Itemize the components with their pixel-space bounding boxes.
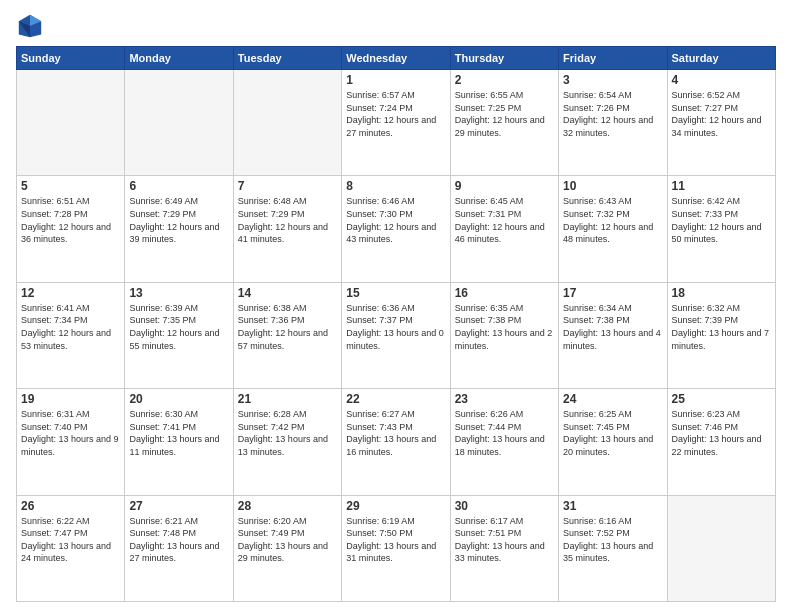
day-number: 11 <box>672 179 771 193</box>
day-number: 18 <box>672 286 771 300</box>
calendar-cell-w3-d5: 16Sunrise: 6:35 AMSunset: 7:38 PMDayligh… <box>450 282 558 388</box>
day-number: 29 <box>346 499 445 513</box>
calendar-cell-w2-d6: 10Sunrise: 6:43 AMSunset: 7:32 PMDayligh… <box>559 176 667 282</box>
day-info: Sunrise: 6:41 AMSunset: 7:34 PMDaylight:… <box>21 302 120 352</box>
calendar-cell-w2-d1: 5Sunrise: 6:51 AMSunset: 7:28 PMDaylight… <box>17 176 125 282</box>
day-info: Sunrise: 6:30 AMSunset: 7:41 PMDaylight:… <box>129 408 228 458</box>
day-info: Sunrise: 6:32 AMSunset: 7:39 PMDaylight:… <box>672 302 771 352</box>
day-info: Sunrise: 6:43 AMSunset: 7:32 PMDaylight:… <box>563 195 662 245</box>
day-info: Sunrise: 6:22 AMSunset: 7:47 PMDaylight:… <box>21 515 120 565</box>
calendar-cell-w3-d3: 14Sunrise: 6:38 AMSunset: 7:36 PMDayligh… <box>233 282 341 388</box>
day-info: Sunrise: 6:48 AMSunset: 7:29 PMDaylight:… <box>238 195 337 245</box>
day-info: Sunrise: 6:55 AMSunset: 7:25 PMDaylight:… <box>455 89 554 139</box>
day-number: 20 <box>129 392 228 406</box>
page: SundayMondayTuesdayWednesdayThursdayFrid… <box>0 0 792 612</box>
day-number: 28 <box>238 499 337 513</box>
day-info: Sunrise: 6:36 AMSunset: 7:37 PMDaylight:… <box>346 302 445 352</box>
day-info: Sunrise: 6:34 AMSunset: 7:38 PMDaylight:… <box>563 302 662 352</box>
calendar-cell-w3-d1: 12Sunrise: 6:41 AMSunset: 7:34 PMDayligh… <box>17 282 125 388</box>
calendar-cell-w4-d7: 25Sunrise: 6:23 AMSunset: 7:46 PMDayligh… <box>667 389 775 495</box>
day-number: 10 <box>563 179 662 193</box>
day-number: 25 <box>672 392 771 406</box>
day-info: Sunrise: 6:23 AMSunset: 7:46 PMDaylight:… <box>672 408 771 458</box>
week-row-2: 5Sunrise: 6:51 AMSunset: 7:28 PMDaylight… <box>17 176 776 282</box>
week-row-3: 12Sunrise: 6:41 AMSunset: 7:34 PMDayligh… <box>17 282 776 388</box>
calendar-cell-w5-d6: 31Sunrise: 6:16 AMSunset: 7:52 PMDayligh… <box>559 495 667 601</box>
day-number: 21 <box>238 392 337 406</box>
day-info: Sunrise: 6:52 AMSunset: 7:27 PMDaylight:… <box>672 89 771 139</box>
day-number: 23 <box>455 392 554 406</box>
calendar-cell-w5-d2: 27Sunrise: 6:21 AMSunset: 7:48 PMDayligh… <box>125 495 233 601</box>
week-row-4: 19Sunrise: 6:31 AMSunset: 7:40 PMDayligh… <box>17 389 776 495</box>
calendar-cell-w2-d7: 11Sunrise: 6:42 AMSunset: 7:33 PMDayligh… <box>667 176 775 282</box>
day-number: 7 <box>238 179 337 193</box>
day-info: Sunrise: 6:31 AMSunset: 7:40 PMDaylight:… <box>21 408 120 458</box>
day-info: Sunrise: 6:17 AMSunset: 7:51 PMDaylight:… <box>455 515 554 565</box>
day-number: 24 <box>563 392 662 406</box>
day-number: 6 <box>129 179 228 193</box>
day-number: 26 <box>21 499 120 513</box>
calendar-cell-w1-d1 <box>17 70 125 176</box>
calendar-cell-w4-d2: 20Sunrise: 6:30 AMSunset: 7:41 PMDayligh… <box>125 389 233 495</box>
weekday-header-monday: Monday <box>125 47 233 70</box>
calendar-cell-w4-d6: 24Sunrise: 6:25 AMSunset: 7:45 PMDayligh… <box>559 389 667 495</box>
calendar-cell-w5-d5: 30Sunrise: 6:17 AMSunset: 7:51 PMDayligh… <box>450 495 558 601</box>
day-info: Sunrise: 6:19 AMSunset: 7:50 PMDaylight:… <box>346 515 445 565</box>
calendar-cell-w3-d7: 18Sunrise: 6:32 AMSunset: 7:39 PMDayligh… <box>667 282 775 388</box>
calendar-table: SundayMondayTuesdayWednesdayThursdayFrid… <box>16 46 776 602</box>
day-number: 8 <box>346 179 445 193</box>
day-info: Sunrise: 6:57 AMSunset: 7:24 PMDaylight:… <box>346 89 445 139</box>
day-info: Sunrise: 6:25 AMSunset: 7:45 PMDaylight:… <box>563 408 662 458</box>
calendar-cell-w3-d6: 17Sunrise: 6:34 AMSunset: 7:38 PMDayligh… <box>559 282 667 388</box>
calendar-cell-w5-d7 <box>667 495 775 601</box>
calendar-cell-w1-d4: 1Sunrise: 6:57 AMSunset: 7:24 PMDaylight… <box>342 70 450 176</box>
day-info: Sunrise: 6:42 AMSunset: 7:33 PMDaylight:… <box>672 195 771 245</box>
calendar-cell-w2-d2: 6Sunrise: 6:49 AMSunset: 7:29 PMDaylight… <box>125 176 233 282</box>
day-number: 15 <box>346 286 445 300</box>
day-number: 22 <box>346 392 445 406</box>
calendar-cell-w4-d3: 21Sunrise: 6:28 AMSunset: 7:42 PMDayligh… <box>233 389 341 495</box>
weekday-header-friday: Friday <box>559 47 667 70</box>
header <box>16 12 776 40</box>
logo <box>16 12 47 40</box>
week-row-5: 26Sunrise: 6:22 AMSunset: 7:47 PMDayligh… <box>17 495 776 601</box>
calendar-cell-w4-d5: 23Sunrise: 6:26 AMSunset: 7:44 PMDayligh… <box>450 389 558 495</box>
day-number: 3 <box>563 73 662 87</box>
weekday-header-row: SundayMondayTuesdayWednesdayThursdayFrid… <box>17 47 776 70</box>
calendar-cell-w2-d5: 9Sunrise: 6:45 AMSunset: 7:31 PMDaylight… <box>450 176 558 282</box>
day-number: 5 <box>21 179 120 193</box>
day-info: Sunrise: 6:49 AMSunset: 7:29 PMDaylight:… <box>129 195 228 245</box>
day-info: Sunrise: 6:38 AMSunset: 7:36 PMDaylight:… <box>238 302 337 352</box>
day-info: Sunrise: 6:26 AMSunset: 7:44 PMDaylight:… <box>455 408 554 458</box>
calendar-cell-w5-d3: 28Sunrise: 6:20 AMSunset: 7:49 PMDayligh… <box>233 495 341 601</box>
day-info: Sunrise: 6:54 AMSunset: 7:26 PMDaylight:… <box>563 89 662 139</box>
calendar-cell-w2-d4: 8Sunrise: 6:46 AMSunset: 7:30 PMDaylight… <box>342 176 450 282</box>
day-number: 17 <box>563 286 662 300</box>
calendar-cell-w1-d5: 2Sunrise: 6:55 AMSunset: 7:25 PMDaylight… <box>450 70 558 176</box>
day-number: 13 <box>129 286 228 300</box>
day-number: 19 <box>21 392 120 406</box>
day-number: 4 <box>672 73 771 87</box>
weekday-header-thursday: Thursday <box>450 47 558 70</box>
day-number: 30 <box>455 499 554 513</box>
calendar-cell-w4-d1: 19Sunrise: 6:31 AMSunset: 7:40 PMDayligh… <box>17 389 125 495</box>
calendar-cell-w2-d3: 7Sunrise: 6:48 AMSunset: 7:29 PMDaylight… <box>233 176 341 282</box>
weekday-header-sunday: Sunday <box>17 47 125 70</box>
calendar-cell-w1-d3 <box>233 70 341 176</box>
day-number: 12 <box>21 286 120 300</box>
day-info: Sunrise: 6:28 AMSunset: 7:42 PMDaylight:… <box>238 408 337 458</box>
calendar-cell-w1-d2 <box>125 70 233 176</box>
day-info: Sunrise: 6:45 AMSunset: 7:31 PMDaylight:… <box>455 195 554 245</box>
day-number: 14 <box>238 286 337 300</box>
day-number: 27 <box>129 499 228 513</box>
day-info: Sunrise: 6:35 AMSunset: 7:38 PMDaylight:… <box>455 302 554 352</box>
calendar-cell-w5-d4: 29Sunrise: 6:19 AMSunset: 7:50 PMDayligh… <box>342 495 450 601</box>
day-number: 2 <box>455 73 554 87</box>
day-number: 16 <box>455 286 554 300</box>
weekday-header-wednesday: Wednesday <box>342 47 450 70</box>
calendar-cell-w3-d2: 13Sunrise: 6:39 AMSunset: 7:35 PMDayligh… <box>125 282 233 388</box>
week-row-1: 1Sunrise: 6:57 AMSunset: 7:24 PMDaylight… <box>17 70 776 176</box>
day-info: Sunrise: 6:20 AMSunset: 7:49 PMDaylight:… <box>238 515 337 565</box>
day-number: 9 <box>455 179 554 193</box>
calendar-cell-w1-d7: 4Sunrise: 6:52 AMSunset: 7:27 PMDaylight… <box>667 70 775 176</box>
